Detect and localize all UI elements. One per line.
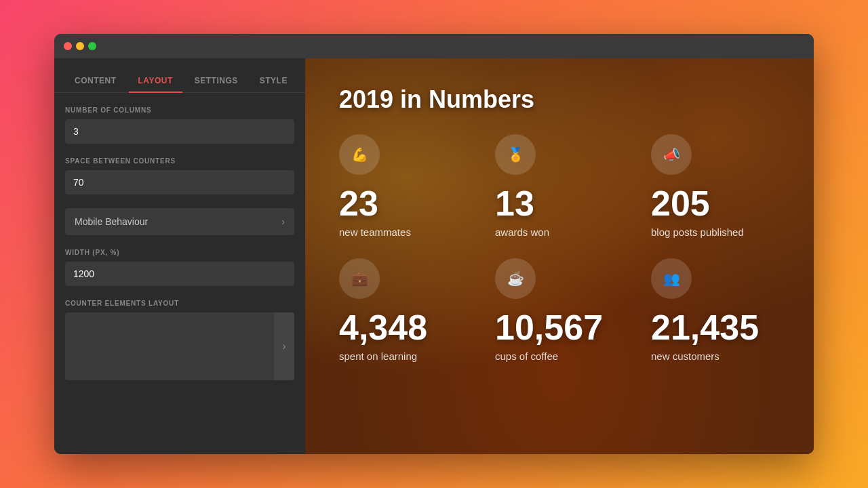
counter-icon-briefcase: 💼	[339, 258, 380, 299]
counter-layout-arrow[interactable]: ›	[274, 312, 294, 380]
left-panel: CONTENT LAYOUT SETTINGS STYLE NUMBER OF …	[54, 58, 305, 454]
counter-number-2: 13	[495, 186, 534, 221]
width-input[interactable]	[65, 262, 294, 286]
minimize-dot[interactable]	[76, 42, 84, 50]
chevron-right-icon: ›	[281, 216, 285, 227]
chevron-icon: ›	[282, 340, 285, 352]
briefcase-icon: 💼	[351, 270, 368, 287]
mobile-behaviour-label: Mobile Behaviour	[75, 216, 148, 227]
counter-item-awards: 🏅 13 awards won	[495, 134, 624, 238]
counter-layout-group: COUNTER ELEMENTS LAYOUT ›	[65, 300, 294, 380]
tab-content[interactable]: CONTENT	[65, 69, 126, 92]
tab-layout[interactable]: LAYOUT	[129, 69, 182, 92]
browser-dots	[64, 42, 96, 50]
width-label: WIDTH (PX, %)	[65, 249, 294, 256]
space-field-group: SPACE BETWEEN COUNTERS	[65, 157, 294, 195]
muscle-icon: 💪	[351, 146, 368, 163]
counter-icon-award: 🏅	[495, 134, 536, 175]
counter-label-5: cups of coffee	[495, 350, 558, 362]
counter-layout-box[interactable]: ›	[65, 312, 294, 380]
counter-item-customers: 👥 21,435 new customers	[651, 258, 780, 362]
counter-icon-megaphone: 📣	[651, 134, 692, 175]
counter-layout-label: COUNTER ELEMENTS LAYOUT	[65, 300, 294, 307]
counter-number-5: 10,567	[495, 310, 603, 345]
award-icon: 🏅	[507, 146, 524, 163]
space-input[interactable]	[65, 170, 294, 195]
counter-label-6: new customers	[651, 350, 719, 362]
mobile-behaviour-row[interactable]: Mobile Behaviour ›	[65, 208, 294, 235]
columns-input[interactable]	[65, 119, 294, 144]
counter-icon-muscle: 💪	[339, 134, 380, 175]
counter-icon-team: 👥	[651, 258, 692, 299]
browser-titlebar	[54, 34, 814, 58]
right-preview-panel: 2019 in Numbers 💪 23 new teammates 🏅	[305, 58, 814, 454]
columns-label: NUMBER OF COLUMNS	[65, 106, 294, 114]
browser-content: CONTENT LAYOUT SETTINGS STYLE NUMBER OF …	[54, 58, 814, 454]
close-dot[interactable]	[64, 42, 72, 50]
preview-title: 2019 in Numbers	[339, 85, 780, 114]
tab-style[interactable]: STYLE	[250, 69, 297, 92]
megaphone-icon: 📣	[663, 146, 680, 163]
preview-content: 2019 in Numbers 💪 23 new teammates 🏅	[305, 58, 814, 454]
counters-grid: 💪 23 new teammates 🏅 13 awards won	[339, 134, 780, 362]
maximize-dot[interactable]	[88, 42, 96, 50]
counter-label-1: new teammates	[339, 226, 411, 238]
counter-label-3: blog posts published	[651, 226, 744, 238]
counter-item-learning: 💼 4,348 spent on learning	[339, 258, 468, 362]
counter-number-1: 23	[339, 186, 378, 221]
team-icon: 👥	[663, 270, 680, 287]
tabs-bar: CONTENT LAYOUT SETTINGS STYLE	[54, 58, 305, 93]
counter-icon-coffee: ☕	[495, 258, 536, 299]
width-field-group: WIDTH (PX, %)	[65, 249, 294, 286]
columns-field-group: NUMBER OF COLUMNS	[65, 106, 294, 144]
counter-number-4: 4,348	[339, 310, 427, 345]
space-label: SPACE BETWEEN COUNTERS	[65, 157, 294, 165]
coffee-icon: ☕	[507, 270, 524, 287]
counter-item-teammates: 💪 23 new teammates	[339, 134, 468, 238]
counter-label-2: awards won	[495, 226, 549, 238]
panel-body: NUMBER OF COLUMNS SPACE BETWEEN COUNTERS…	[54, 93, 305, 407]
browser-window: CONTENT LAYOUT SETTINGS STYLE NUMBER OF …	[54, 34, 814, 454]
counter-item-coffee: ☕ 10,567 cups of coffee	[495, 258, 624, 362]
counter-number-6: 21,435	[651, 310, 759, 345]
tab-settings[interactable]: SETTINGS	[185, 69, 248, 92]
counter-label-4: spent on learning	[339, 350, 417, 362]
counter-item-blog: 📣 205 blog posts published	[651, 134, 780, 238]
counter-number-3: 205	[651, 186, 710, 221]
